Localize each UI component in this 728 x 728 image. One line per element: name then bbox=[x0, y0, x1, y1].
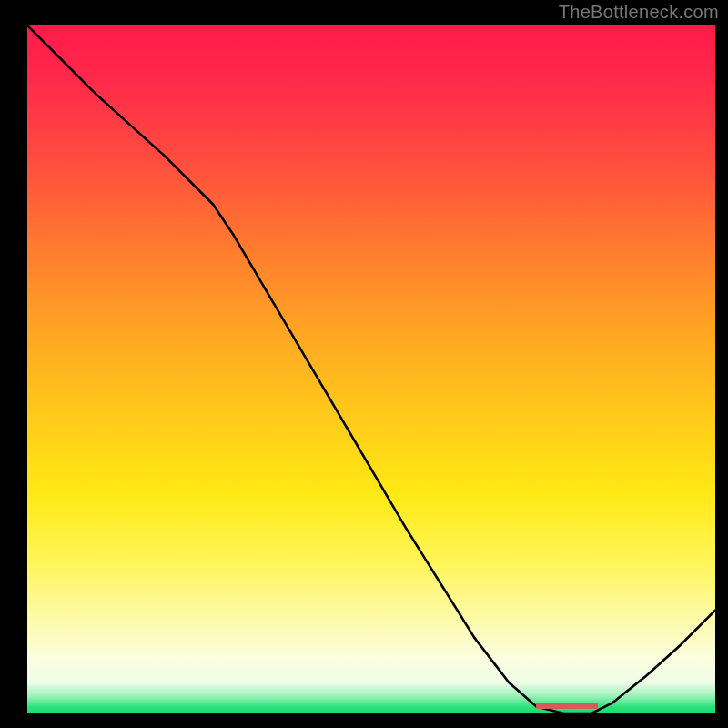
watermark-text: TheBottleneck.com bbox=[559, 2, 719, 23]
chart-plot-area bbox=[27, 25, 715, 713]
optimal-range-marker bbox=[536, 703, 598, 709]
chart-gradient-background bbox=[27, 25, 715, 713]
